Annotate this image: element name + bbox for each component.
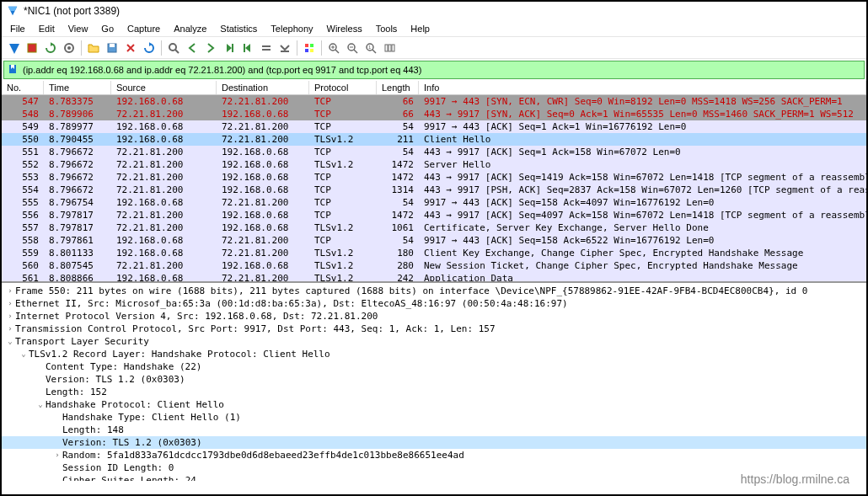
stop-capture-icon[interactable]: [24, 40, 40, 56]
detail-line[interactable]: Session ID Length: 0: [2, 461, 866, 474]
detail-line[interactable]: ⌄Handshake Protocol: Client Hello: [2, 398, 866, 411]
svg-rect-9: [262, 45, 271, 47]
expander-open-icon[interactable]: ⌄: [19, 348, 29, 360]
detail-line[interactable]: Length: 152: [2, 386, 866, 398]
detail-line[interactable]: ›Frame 550: 211 bytes on wire (1688 bits…: [2, 285, 866, 297]
detail-line[interactable]: Content Type: Handshake (22): [2, 360, 866, 373]
svg-line-17: [335, 50, 339, 53]
menu-edit[interactable]: Edit: [32, 22, 62, 35]
go-last-icon[interactable]: [258, 40, 275, 56]
packet-row[interactable]: 5478.783375192.168.0.6872.21.81.200TCP66…: [2, 95, 866, 108]
menu-go[interactable]: Go: [94, 22, 121, 35]
packet-row[interactable]: 5608.80754572.21.81.200192.168.0.68TLSv1…: [2, 259, 866, 272]
svg-rect-27: [388, 45, 391, 51]
svg-text:1: 1: [368, 45, 372, 50]
find-packet-icon[interactable]: [165, 40, 182, 56]
svg-rect-10: [262, 49, 271, 51]
menu-help[interactable]: Help: [404, 22, 437, 35]
packet-row[interactable]: 5578.79781772.21.81.200192.168.0.68TLSv1…: [2, 221, 866, 234]
packet-row[interactable]: 5518.79667272.21.81.200192.168.0.68TCP54…: [2, 146, 866, 158]
expander-open-icon[interactable]: ⌄: [5, 335, 15, 348]
go-forward-icon[interactable]: [202, 40, 219, 56]
bookmark-filter-icon[interactable]: [8, 64, 19, 76]
menu-file[interactable]: File: [3, 22, 32, 35]
svg-point-5: [169, 44, 176, 51]
menu-view[interactable]: View: [62, 22, 95, 35]
col-header-protocol[interactable]: Protocol: [309, 81, 377, 94]
packet-row[interactable]: 5508.790455192.168.0.6872.21.81.200TLSv1…: [2, 133, 866, 146]
detail-line[interactable]: ›Random: 5fa1d833a761dcdcc1793dbe0d6d8eb…: [2, 449, 866, 461]
open-file-icon[interactable]: [85, 40, 102, 56]
resize-columns-icon[interactable]: [381, 40, 398, 56]
packet-row[interactable]: 5498.789977192.168.0.6872.21.81.200TCP54…: [2, 120, 866, 133]
svg-rect-13: [310, 44, 313, 47]
start-capture-icon[interactable]: [5, 40, 22, 56]
svg-rect-26: [385, 45, 388, 51]
svg-point-2: [67, 46, 71, 50]
packet-row[interactable]: 5618.808866192.168.0.6872.21.81.200TLSv1…: [2, 272, 866, 283]
packet-list-header: No. Time Source Destination Protocol Len…: [2, 81, 866, 95]
display-filter-bar: [3, 61, 865, 79]
expander-closed-icon[interactable]: ›: [5, 310, 15, 323]
menu-statistics[interactable]: Statistics: [213, 22, 264, 35]
zoom-out-icon[interactable]: [344, 40, 361, 56]
detail-line[interactable]: Length: 148: [2, 424, 866, 436]
menu-capture[interactable]: Capture: [121, 22, 167, 35]
detail-line[interactable]: Cipher Suites Length: 24: [2, 474, 866, 481]
menu-analyze[interactable]: Analyze: [167, 22, 213, 35]
window-titlebar: *NIC1 (not port 3389): [2, 2, 866, 20]
svg-rect-0: [28, 44, 36, 52]
expander-closed-icon[interactable]: ›: [5, 285, 15, 297]
expander-closed-icon[interactable]: ›: [5, 297, 15, 310]
display-filter-input[interactable]: [23, 65, 860, 75]
expander-open-icon[interactable]: ⌄: [35, 398, 46, 411]
col-header-length[interactable]: Length: [377, 81, 419, 94]
svg-rect-28: [392, 45, 394, 51]
detail-line[interactable]: ⌄TLSv1.2 Record Layer: Handshake Protoco…: [2, 348, 866, 360]
packet-row[interactable]: 5568.79781772.21.81.200192.168.0.68TCP14…: [2, 209, 866, 221]
zoom-reset-icon[interactable]: 1: [362, 40, 379, 56]
packet-row[interactable]: 5528.79667272.21.81.200192.168.0.68TLSv1…: [2, 158, 866, 171]
packet-row[interactable]: 5558.796754192.168.0.6872.21.81.200TCP54…: [2, 196, 866, 209]
col-header-source[interactable]: Source: [111, 81, 217, 94]
go-back-icon[interactable]: [184, 40, 201, 56]
col-header-no[interactable]: No.: [2, 81, 44, 94]
detail-line[interactable]: ›Internet Protocol Version 4, Src: 192.1…: [2, 310, 866, 323]
capture-options-icon[interactable]: [61, 40, 78, 56]
expander-closed-icon[interactable]: ›: [52, 449, 62, 461]
menu-wireless[interactable]: Wireless: [320, 22, 369, 35]
auto-scroll-icon[interactable]: [276, 40, 293, 56]
reload-file-icon[interactable]: [141, 40, 158, 56]
detail-line[interactable]: Handshake Type: Client Hello (1): [2, 411, 866, 424]
menu-telephony[interactable]: Telephony: [264, 22, 319, 35]
packet-row[interactable]: 5538.79667272.21.81.200192.168.0.68TCP14…: [2, 171, 866, 184]
packet-list-pane[interactable]: No. Time Source Destination Protocol Len…: [2, 81, 866, 283]
packet-row[interactable]: 5598.801133192.168.0.6872.21.81.200TLSv1…: [2, 247, 866, 259]
restart-capture-icon[interactable]: [42, 40, 59, 56]
col-header-destination[interactable]: Destination: [217, 81, 309, 94]
detail-line[interactable]: ›Ethernet II, Src: Microsof_ba:65:3a (00…: [2, 297, 866, 310]
packet-row[interactable]: 5548.79667272.21.81.200192.168.0.68TCP13…: [2, 184, 866, 196]
detail-line[interactable]: Version: TLS 1.2 (0x0303): [2, 373, 866, 386]
packet-row[interactable]: 5488.78990672.21.81.200192.168.0.68TCP66…: [2, 108, 866, 120]
colorize-icon[interactable]: [301, 40, 318, 56]
detail-line[interactable]: Version: TLS 1.2 (0x0303): [2, 436, 866, 449]
window-title: *NIC1 (not port 3389): [24, 5, 120, 17]
packet-details-pane[interactable]: ›Frame 550: 211 bytes on wire (1688 bits…: [2, 283, 866, 481]
detail-line[interactable]: ›Transmission Control Protocol, Src Port…: [2, 323, 866, 335]
svg-rect-14: [305, 49, 308, 52]
svg-line-6: [175, 50, 179, 53]
col-header-info[interactable]: Info: [419, 81, 866, 94]
col-header-time[interactable]: Time: [44, 81, 111, 94]
close-file-icon[interactable]: [122, 40, 139, 56]
save-file-icon[interactable]: [104, 40, 121, 56]
detail-line[interactable]: ⌄Transport Layer Security: [2, 335, 866, 348]
zoom-in-icon[interactable]: [325, 40, 342, 56]
go-first-icon[interactable]: [239, 40, 256, 56]
go-to-packet-icon[interactable]: [221, 40, 238, 56]
menu-tools[interactable]: Tools: [369, 22, 405, 35]
svg-rect-12: [305, 44, 308, 47]
expander-closed-icon[interactable]: ›: [5, 323, 15, 335]
packet-row[interactable]: 5588.797861192.168.0.6872.21.81.200TCP54…: [2, 234, 866, 247]
svg-line-24: [372, 50, 376, 53]
